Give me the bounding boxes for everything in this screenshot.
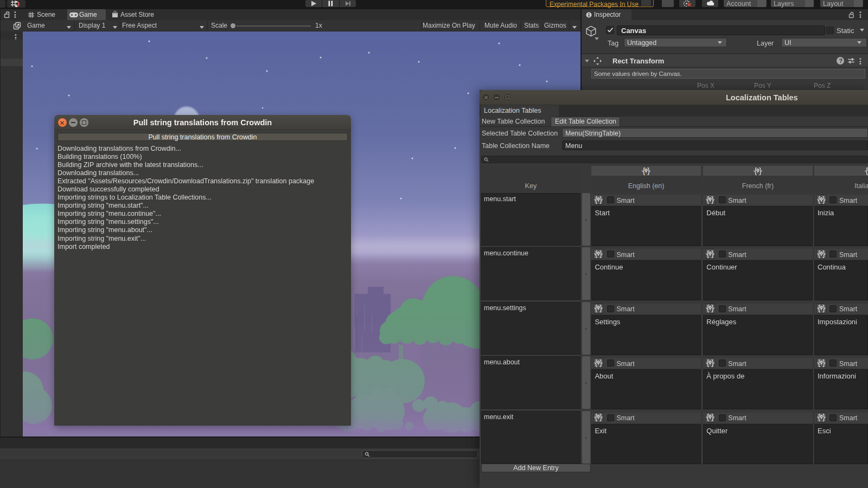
- svg-text:{: {: [706, 250, 709, 258]
- svg-text:{: {: [706, 196, 709, 204]
- svg-text:{: {: [706, 359, 709, 367]
- svg-text:{: {: [595, 196, 598, 204]
- svg-text:{: {: [818, 304, 820, 312]
- svg-text:{: {: [643, 167, 646, 175]
- svg-text:{: {: [818, 359, 820, 367]
- svg-text:{: {: [865, 167, 868, 175]
- svg-text:{: {: [818, 250, 820, 258]
- svg-text:{: {: [595, 250, 598, 258]
- svg-text:{: {: [595, 359, 598, 367]
- svg-text:{: {: [755, 167, 757, 175]
- svg-text:{: {: [818, 196, 820, 204]
- svg-text:{: {: [706, 413, 709, 421]
- svg-text:{: {: [706, 304, 709, 312]
- svg-text:{: {: [595, 304, 598, 312]
- svg-text:{: {: [818, 413, 820, 421]
- svg-text:{: {: [595, 413, 598, 421]
